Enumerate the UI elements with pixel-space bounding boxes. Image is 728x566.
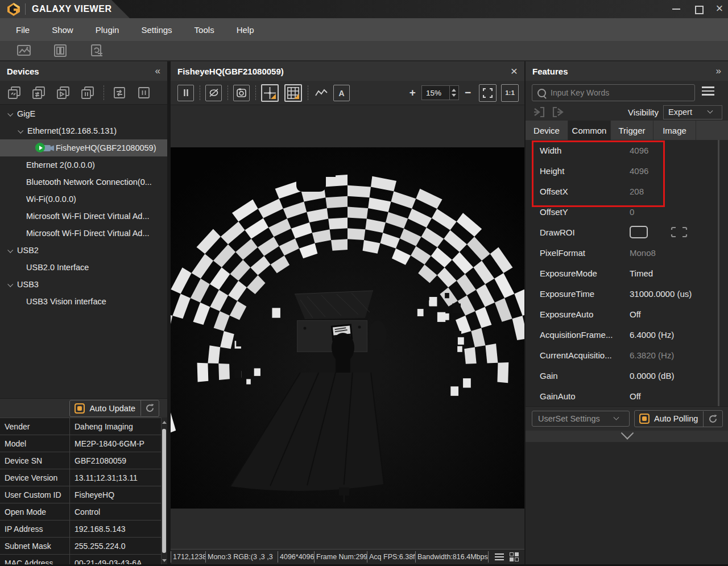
tab-common[interactable]: Common [568, 121, 611, 140]
table-row: Subnet Mask255.255.224.0 [0, 538, 161, 555]
property-row-currentacquisition[interactable]: CurrentAcquisitio...6.3820 (Hz) [526, 345, 728, 365]
property-row-gainauto[interactable]: GainAutoOff [526, 386, 728, 406]
visibility-dropdown[interactable]: Expert [663, 105, 722, 119]
tab-image[interactable]: Image [653, 121, 696, 140]
auto-polling-toggle[interactable] [639, 414, 650, 424]
property-row-offsetx[interactable]: OffsetX208 [526, 181, 728, 201]
stop-acquisition-icon[interactable] [135, 84, 152, 101]
grid-overlay-icon[interactable] [284, 84, 302, 102]
import-config-icon[interactable] [533, 106, 546, 118]
search-input[interactable]: Input Key Words [532, 84, 695, 101]
actual-size-icon[interactable]: 1:1 [501, 84, 519, 102]
property-row-exposuremode[interactable]: ExposureModeTimed [526, 263, 728, 283]
tree-item-label: Ethernet(192.168.5.131) [27, 126, 117, 135]
tree-item-ethernet2[interactable]: Ethernet 2(0.0.0.0) [0, 156, 167, 173]
close-device-icon[interactable] [111, 84, 128, 101]
tree-item-usb3[interactable]: USB3 [0, 276, 167, 293]
chevron-down-icon[interactable] [18, 127, 23, 133]
refresh-features-icon[interactable] [704, 414, 722, 424]
tree-item-fisheyehq-selected[interactable]: FisheyeHQ(GBF21080059) [0, 139, 167, 156]
property-row-exposureauto[interactable]: ExposureAutoOff [526, 304, 728, 324]
menu-tools[interactable]: Tools [195, 25, 214, 35]
tab-device[interactable]: Device [526, 121, 568, 140]
annotation-icon[interactable]: A [333, 85, 350, 101]
chevron-down-icon[interactable] [7, 110, 13, 116]
fit-to-window-icon[interactable] [479, 84, 497, 102]
tree-item-bluetooth[interactable]: Bluetooth Network Connection(0... [0, 173, 167, 191]
scroll-down-icon[interactable] [162, 559, 167, 562]
scrollbar-thumb[interactable] [162, 429, 166, 553]
maximize-button[interactable] [692, 5, 706, 14]
menu-file[interactable]: File [16, 25, 30, 35]
start-all-acquisition-icon[interactable] [55, 84, 72, 101]
table-row: User Custom IDFisheyeHQ [0, 486, 161, 503]
full-roi-button[interactable] [671, 226, 688, 238]
menu-plugin[interactable]: Plugin [96, 25, 119, 35]
visibility-row: Visibility Expert [526, 104, 728, 121]
property-row-exposuretime[interactable]: ExposureTime31000.0000 (us) [526, 283, 728, 304]
close-all-devices-icon[interactable] [30, 84, 47, 101]
open-image-icon[interactable] [17, 44, 32, 57]
status-layout-icon[interactable] [510, 552, 519, 561]
zoom-level-spinner[interactable]: 15% [421, 85, 459, 100]
zoom-level-value[interactable]: 15% [422, 89, 449, 97]
feature-menu-icon[interactable] [702, 86, 714, 96]
split-view-icon[interactable] [53, 44, 68, 57]
collapse-panel-icon[interactable]: « [155, 65, 160, 77]
histogram-icon[interactable] [313, 85, 329, 101]
tree-item-usb3-vision[interactable]: USB3 Vision interface [0, 293, 167, 310]
property-row-drawroi[interactable]: DrawROI [526, 222, 728, 242]
export-config-icon[interactable] [551, 106, 564, 118]
chevron-down-icon[interactable] [7, 247, 13, 253]
devices-panel-header: Devices « [0, 61, 167, 81]
pause-acquisition-icon[interactable] [177, 85, 194, 101]
tree-item-ethernet[interactable]: Ethernet(192.168.5.131) [0, 122, 167, 139]
userset-dropdown[interactable]: UserSet Settings [532, 411, 630, 427]
features-panel: Features » Input Key Words Visibility Ex… [524, 61, 728, 566]
tree-item-mswifi-1[interactable]: Microsoft Wi-Fi Direct Virtual Ad... [0, 208, 167, 225]
tree-item-wifi[interactable]: Wi-Fi(0.0.0.0) [0, 191, 167, 208]
tab-trigger[interactable]: Trigger [611, 121, 653, 140]
property-row-offsety[interactable]: OffsetY0 [526, 201, 728, 222]
image-viewport[interactable] [171, 105, 524, 550]
hide-display-icon[interactable] [205, 85, 222, 101]
property-row-acquisitionframerate[interactable]: AcquisitionFrame...6.4000 (Hz) [526, 324, 728, 345]
collapse-properties-bar[interactable] [526, 431, 728, 442]
property-scrollbar[interactable] [718, 140, 719, 406]
property-row-gain[interactable]: Gain0.0000 (dB) [526, 365, 728, 386]
chevron-down-icon[interactable] [7, 281, 13, 287]
spin-up-icon[interactable] [452, 89, 456, 92]
property-row-height[interactable]: Height4096 [526, 160, 728, 181]
device-config-icon[interactable] [90, 44, 105, 57]
expand-panel-icon[interactable]: » [716, 65, 721, 77]
tree-item-mswifi-2[interactable]: Microsoft Wi-Fi Direct Virtual Ad... [0, 225, 167, 242]
scroll-up-icon[interactable] [162, 421, 167, 424]
menu-show[interactable]: Show [52, 25, 73, 35]
spin-down-icon[interactable] [452, 94, 456, 97]
refresh-devices-icon[interactable] [141, 403, 159, 413]
tree-item-label: USB2 [17, 246, 39, 255]
spinner-arrows[interactable] [449, 86, 458, 100]
property-row-pixelformat[interactable]: PixelFormatMono8 [526, 242, 728, 263]
tree-item-gige[interactable]: GigE [0, 105, 167, 122]
close-button[interactable]: × [712, 3, 727, 14]
auto-update-toggle[interactable] [75, 403, 85, 414]
menu-settings[interactable]: Settings [141, 25, 172, 35]
tree-item-usb2-interface[interactable]: USB2.0 Interface [0, 259, 167, 276]
menu-bar: File Show Plugin Settings Tools Help [0, 18, 728, 41]
zoom-out-icon[interactable]: − [465, 86, 471, 99]
minimize-button[interactable] [669, 5, 684, 14]
zoom-in-icon[interactable]: + [410, 86, 416, 99]
stop-all-acquisition-icon[interactable] [79, 84, 96, 101]
menu-help[interactable]: Help [237, 25, 254, 35]
property-row-width[interactable]: Width4096 [526, 140, 728, 160]
device-info-table: VenderDaheng Imaging ModelME2P-1840-6GM-… [0, 418, 161, 566]
open-all-devices-icon[interactable] [6, 84, 23, 101]
tree-item-usb2[interactable]: USB2 [0, 242, 167, 259]
capture-image-icon[interactable] [233, 85, 250, 101]
auto-update-group: Auto Update [69, 400, 159, 417]
status-menu-icon[interactable] [495, 553, 504, 560]
close-view-icon[interactable]: × [511, 66, 518, 76]
crosshair-overlay-icon[interactable] [261, 84, 279, 102]
draw-roi-button[interactable] [630, 226, 648, 238]
